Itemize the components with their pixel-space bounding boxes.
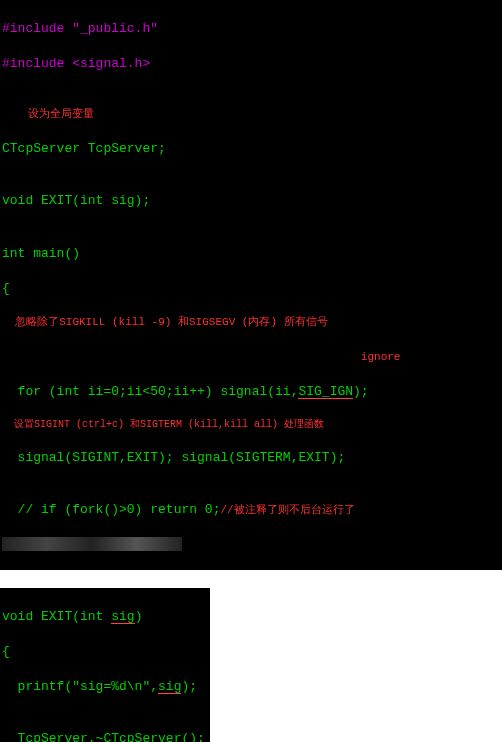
blur-region xyxy=(2,537,182,551)
code-line: TcpServer.~CTcpServer(); xyxy=(2,730,208,742)
include-line: #include "_public.h" xyxy=(2,20,500,38)
underlined: sig xyxy=(111,610,134,624)
code-line: ignore xyxy=(2,348,500,366)
code-line: printf("sig=%d\n",sig); xyxy=(2,678,208,696)
annotation: //被注释了则不后台运行了 xyxy=(220,504,354,516)
annotation: 设为全局变量 xyxy=(2,107,500,122)
code-frag: for (int ii=0;ii<50;ii++) signal(ii, xyxy=(2,384,298,399)
code-frag: // if (fork()>0) return 0; xyxy=(2,502,220,517)
underlined: SIG_IGN xyxy=(298,385,353,399)
gap xyxy=(0,570,502,588)
code-line: { xyxy=(2,280,500,298)
code-frag: ); xyxy=(353,384,369,399)
code-line: for (int ii=0;ii<50;ii++) signal(ii,SIG_… xyxy=(2,383,500,401)
code-frag: ); xyxy=(181,679,197,694)
code-pane-1: #include "_public.h" #include <signal.h>… xyxy=(0,0,502,570)
code-pane-2: void EXIT(int sig) { printf("sig=%d\n",s… xyxy=(0,588,210,742)
annotation: 设置SIGINT (ctrl+c) 和SIGTERM (kill,kill al… xyxy=(2,418,500,432)
include-line: #include <signal.h> xyxy=(2,55,500,73)
code-frag: ) xyxy=(135,609,143,624)
code-frag: void EXIT(int xyxy=(2,609,111,624)
code-frag: printf("sig=%d\n", xyxy=(2,679,158,694)
annotation: ignore xyxy=(361,351,401,363)
code-line: // if (fork()>0) return 0;//被注释了则不后台运行了 xyxy=(2,501,500,519)
code-line: signal(SIGINT,EXIT); signal(SIGTERM,EXIT… xyxy=(2,449,500,467)
annotation: 忽略除了SIGKILL (kill -9) 和SIGSEGV (内存) 所有信号 xyxy=(2,315,500,330)
code-line: { xyxy=(2,643,208,661)
code-line: void EXIT(int sig); xyxy=(2,192,500,210)
underlined: sig xyxy=(158,680,181,694)
code-line: int main() xyxy=(2,245,500,263)
code-line: CTcpServer TcpServer; xyxy=(2,140,500,158)
code-line: void EXIT(int sig) xyxy=(2,608,208,626)
